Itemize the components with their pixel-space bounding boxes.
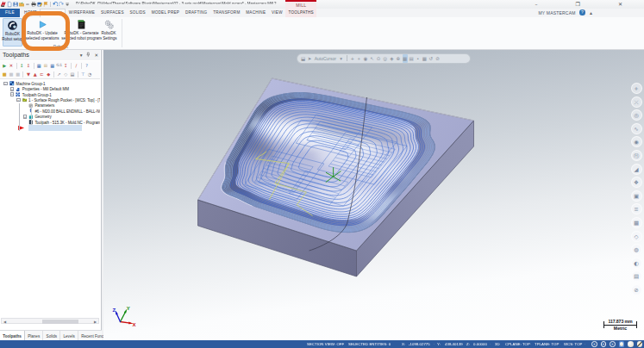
tab-transform[interactable]: TRANSFORM <box>210 9 243 17</box>
move-up-icon[interactable]: ▲ <box>33 71 38 78</box>
scroll-thumb[interactable] <box>42 320 78 324</box>
mastercam-logo-icon[interactable] <box>1 1 6 8</box>
tree-row[interactable] <box>0 125 100 130</box>
open-dropdown-icon[interactable] <box>25 1 30 8</box>
snap-tool-icon-5[interactable]: ◎ <box>383 54 388 63</box>
regen-selected-icon[interactable]: ↥ <box>19 62 24 69</box>
display-options-icon[interactable]: ⊤ <box>80 71 85 78</box>
isolate-button[interactable]: ▣ <box>631 190 642 202</box>
hide-button[interactable]: Ⓗ <box>631 150 642 161</box>
snap-tool-icon-1[interactable]: ⌖ <box>356 54 361 63</box>
robodk-generate-program-button[interactable]: RoboDK - Generateselected robot program <box>66 18 97 47</box>
collapse-icon[interactable] <box>3 82 8 86</box>
move-down-icon[interactable]: ▼ <box>26 71 31 78</box>
backplot-icon[interactable]: ▦ <box>36 62 41 69</box>
snap-tool-icon-8[interactable]: ▦ <box>403 54 408 63</box>
snap-tool-icon-10[interactable]: ∙ <box>416 54 421 63</box>
expand-icon[interactable] <box>10 87 15 91</box>
options-icon[interactable]: ▤ <box>70 71 75 78</box>
close-icon[interactable]: ✕ <box>94 52 98 59</box>
undo-icon[interactable] <box>53 1 58 8</box>
verify-icon[interactable]: ⊞ <box>43 62 48 69</box>
status-toggle-icon-5[interactable] <box>637 341 643 347</box>
snap-tool-icon-4[interactable]: ⊙ <box>376 54 381 63</box>
collapse-icon[interactable] <box>10 92 15 96</box>
lock-icon[interactable]: ■ <box>2 71 7 78</box>
my-mastercam-link[interactable]: MY MASTERCAM <box>538 10 575 16</box>
zoom-fit-button[interactable]: + <box>631 83 642 94</box>
save-icon[interactable] <box>13 1 18 8</box>
lock-icon[interactable]: ⬓ <box>301 54 306 63</box>
autocursor-icon[interactable]: ➤ <box>307 54 312 63</box>
status-toggle-icon-4[interactable] <box>628 341 634 347</box>
new-file-icon[interactable] <box>7 1 12 8</box>
robodk-settings-button[interactable]: RoboDK- Settings <box>97 18 120 47</box>
simulate-icon[interactable]: ▦ <box>49 62 54 69</box>
tab-model-prep[interactable]: MODEL PREP <box>148 9 182 17</box>
snap-tool-icon-13[interactable]: ⊘ <box>435 54 440 63</box>
section-button[interactable]: ⤬ <box>631 96 642 108</box>
print-icon[interactable] <box>31 1 36 8</box>
scroll-left-arrow[interactable]: ◀ <box>2 319 8 325</box>
snap-tool-icon-11[interactable]: ▦ <box>422 54 427 63</box>
shading-button[interactable]: ◉ <box>631 136 642 147</box>
snap-tool-icon-3[interactable]: ↖ <box>370 54 375 63</box>
more-dropdown-icon[interactable] <box>65 1 70 8</box>
tab-view[interactable]: VIEW <box>269 9 286 17</box>
expand-icon[interactable] <box>23 115 28 119</box>
autocursor-dropdown[interactable]: ▾ <box>339 54 344 63</box>
help-icon[interactable]: ? <box>579 9 585 16</box>
refresh-icon[interactable]: ◔ <box>87 71 92 78</box>
wireframe-button[interactable]: ◇ <box>631 231 642 242</box>
tab-drafting[interactable]: DRAFTING <box>183 9 210 17</box>
redo-icon[interactable] <box>59 1 64 8</box>
tab-wireframe[interactable]: WIREFRAME <box>66 9 97 17</box>
select-all-operations-icon[interactable]: ▶ <box>2 62 7 69</box>
save-as-icon[interactable] <box>37 1 42 8</box>
tab-toolpaths[interactable]: TOOLPATHS <box>285 9 316 17</box>
snap-tool-icon-2[interactable]: ◉ <box>363 54 368 63</box>
edit-icon[interactable]: ∕ <box>73 62 78 69</box>
materials-button[interactable]: ❖ <box>631 177 642 188</box>
robodk-robot-setup-button[interactable]: RoboDKRobot setup <box>3 18 22 47</box>
select-window-icon[interactable]: ◇ <box>63 71 68 78</box>
tab-machine[interactable]: MACHINE <box>243 9 269 17</box>
status-toggle-icon-1[interactable]: + <box>601 341 607 347</box>
snap-tool-icon-7[interactable]: ⊕ <box>396 54 401 63</box>
collapse-icon[interactable] <box>16 98 21 103</box>
levels-button[interactable]: ≡ <box>631 203 642 214</box>
scroll-right-arrow[interactable]: ▶ <box>92 319 98 325</box>
snap-tool-icon-6[interactable]: ◈ <box>389 54 394 63</box>
grid-button[interactable]: ▦ <box>631 217 642 228</box>
translucency-button[interactable]: ◍ <box>631 244 642 255</box>
status-toggle-icon-2[interactable]: + <box>610 341 616 347</box>
open-folder-icon[interactable] <box>19 1 24 8</box>
bookmark-icon[interactable] <box>43 1 48 8</box>
tab-robodk[interactable]: ROBODK <box>40 9 66 17</box>
rotate-button[interactable]: ◐ <box>631 258 642 269</box>
collapse-ribbon-icon[interactable]: ▲ <box>589 10 593 16</box>
status-toggle-icon-3[interactable] <box>619 341 625 347</box>
move-insert-icon[interactable]: ⊏ <box>39 71 44 78</box>
minimize-button[interactable]: – <box>535 0 538 8</box>
maximize-button[interactable]: ❐ <box>576 0 580 8</box>
post-g1-icon[interactable]: G1 <box>56 62 61 69</box>
snap-tool-icon-0[interactable]: + <box>350 54 355 63</box>
blank-button[interactable]: ◢ <box>631 164 642 175</box>
views-button[interactable]: ▤ <box>631 270 642 282</box>
pin-icon[interactable] <box>85 52 91 59</box>
mold-3d-model[interactable]: XYZ <box>103 50 644 340</box>
status-toggle-icon-0[interactable]: + <box>591 341 597 347</box>
gnomon-button[interactable]: ◎ <box>631 109 642 121</box>
chevron-down-icon[interactable]: ▾ <box>80 52 83 59</box>
select-none-icon[interactable]: ✕ <box>9 62 14 69</box>
clip-button[interactable]: ⊘ <box>631 284 642 295</box>
insert-arrow-icon[interactable]: ◆ <box>46 71 51 78</box>
regen-dirty-icon[interactable]: ↥ <box>26 62 31 69</box>
help-icon[interactable]: ? <box>84 62 89 69</box>
panel-horizontal-scrollbar[interactable]: ◀▶ <box>1 318 99 324</box>
tab-surfaces[interactable]: SURFACES <box>98 9 128 17</box>
tab-home[interactable]: HOME <box>22 9 41 17</box>
snap-tool-icon-9[interactable]: ▤ <box>409 54 414 63</box>
analyze-button[interactable]: ∿ <box>631 123 642 134</box>
